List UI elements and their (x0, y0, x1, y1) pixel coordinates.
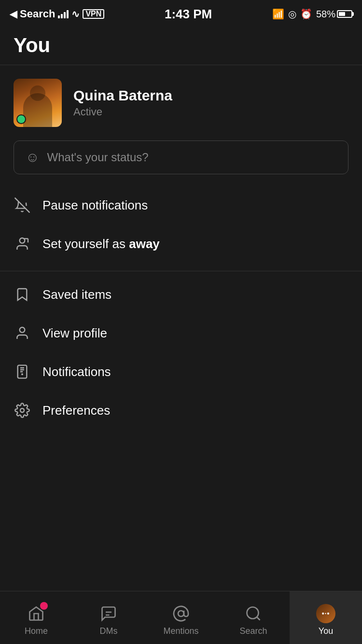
set-away-item[interactable]: Set yourself as away (0, 224, 362, 263)
search-label: Search (239, 626, 267, 636)
quick-actions: Pause notifications Set yourself as away (0, 174, 362, 267)
nav-mentions[interactable]: Mentions (145, 591, 217, 644)
svg-point-4 (20, 327, 25, 333)
status-bar-time: 1:43 PM (165, 7, 212, 22)
signal-bars (58, 10, 69, 18)
active-status-indicator (16, 114, 26, 124)
pause-notifications-label: Pause notifications (42, 198, 148, 213)
dms-label: DMs (100, 626, 118, 636)
pause-notifications-icon (14, 196, 31, 214)
svg-point-8 (178, 611, 184, 616)
nav-you[interactable]: You (290, 591, 362, 644)
carrier-label: Search (20, 8, 55, 20)
nav-dms[interactable]: DMs (72, 591, 145, 644)
preferences-label: Preferences (42, 403, 110, 418)
mentions-icon (171, 604, 191, 623)
menu-list: Saved items View profile Notifications (0, 275, 362, 430)
set-away-icon (14, 235, 31, 252)
alarm-icon: ⏰ (300, 8, 312, 20)
status-placeholder: What's your status? (47, 151, 149, 164)
nav-search[interactable]: Search (217, 591, 290, 644)
search-icon (244, 604, 263, 623)
dms-icon (99, 604, 118, 623)
section-divider (0, 271, 362, 271)
avatar-container (14, 79, 62, 127)
svg-point-1 (20, 238, 25, 243)
view-profile-item[interactable]: View profile (0, 314, 362, 352)
profile-name: Quina Baterna (73, 87, 348, 104)
profile-section: Quina Baterna Active (0, 65, 362, 140)
profile-info: Quina Baterna Active (73, 87, 348, 118)
home-icon (27, 604, 46, 623)
vpn-badge: VPN (83, 9, 104, 19)
back-arrow-icon: ◀ (10, 8, 17, 20)
notifications-item[interactable]: Notifications (0, 352, 362, 391)
preferences-item[interactable]: Preferences (0, 391, 362, 430)
network-icon: 📶 (272, 8, 284, 20)
saved-items-label: Saved items (42, 287, 111, 302)
home-label: Home (25, 626, 48, 636)
battery-icon (337, 10, 352, 18)
status-bar: ◀ Search ∿ VPN 1:43 PM 📶 ◎ ⏰ 58% (0, 0, 362, 26)
view-profile-label: View profile (42, 326, 107, 341)
person-icon (14, 324, 31, 342)
emoji-icon: ☺ (26, 150, 40, 165)
svg-point-6 (21, 373, 23, 375)
profile-active-status: Active (73, 106, 348, 118)
nav-home[interactable]: Home (0, 591, 72, 644)
page-title: You (14, 34, 348, 57)
set-away-label: Set yourself as away (42, 237, 160, 252)
battery: 58% (316, 9, 352, 20)
svg-point-7 (20, 408, 24, 412)
pause-notifications-item[interactable]: Pause notifications (0, 186, 362, 224)
you-avatar (316, 604, 335, 623)
you-label: You (319, 626, 333, 636)
svg-line-0 (15, 198, 29, 212)
mentions-label: Mentions (163, 626, 198, 636)
svg-point-9 (247, 607, 259, 619)
location-icon: ◎ (288, 8, 296, 20)
status-input[interactable]: ☺ What's your status? (14, 140, 348, 174)
svg-line-10 (257, 617, 260, 620)
status-bar-left: ◀ Search ∿ VPN (10, 8, 104, 20)
bottom-nav: Home DMs Mentions Search (0, 591, 362, 644)
bookmark-icon (14, 286, 31, 303)
notifications-label: Notifications (42, 364, 111, 379)
wifi-icon: ∿ (71, 8, 80, 20)
status-bar-right: 📶 ◎ ⏰ 58% (272, 8, 352, 20)
saved-items-item[interactable]: Saved items (0, 275, 362, 314)
gear-icon (14, 402, 31, 419)
page-header: You (0, 26, 362, 65)
notifications-icon (14, 363, 31, 380)
home-badge (40, 602, 48, 610)
